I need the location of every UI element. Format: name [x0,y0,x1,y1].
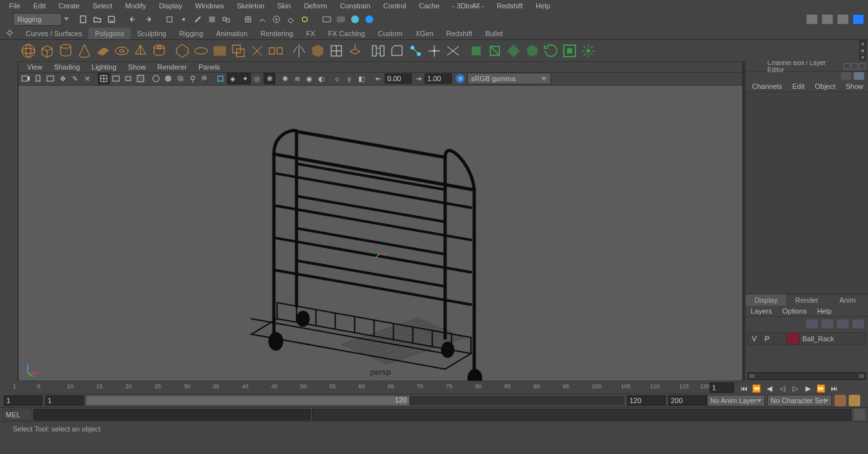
layer-menu-item[interactable]: Help [812,306,837,316]
snap-curve-icon[interactable] [256,14,268,25]
menu-item[interactable]: Display [153,0,189,12]
layer-menu-item[interactable]: Options [777,306,812,316]
panel-menu-item[interactable]: Lighting [86,62,122,72]
undo-icon[interactable] [128,14,139,25]
cb-menu-item[interactable]: Show [840,80,868,91]
menu-item[interactable]: Constrain [334,0,377,12]
go-start-icon[interactable]: ⏮ [738,383,749,394]
poly-bool-icon[interactable] [229,42,247,60]
panel-menu-item[interactable]: View [21,62,48,72]
go-end-icon[interactable]: ⏭ [828,383,840,394]
snap-point-icon[interactable] [271,14,282,25]
res-gate-icon[interactable] [122,73,134,84]
image-plane-icon[interactable] [44,73,56,84]
bookmark-icon[interactable] [32,73,44,84]
layer-color-swatch[interactable] [787,333,800,345]
menu-item[interactable]: Edit [27,0,52,12]
poly-plane-icon[interactable] [94,42,112,60]
shelf-tab[interactable]: FX Caching [322,28,371,39]
xform-icon[interactable] [561,42,579,60]
render-seq-icon[interactable] [349,14,361,25]
2d-pan-icon[interactable]: ✥ [57,73,68,84]
shelf-gear-icon[interactable] [5,28,14,37]
shaded-icon[interactable] [162,73,174,84]
layer-new-icon[interactable] [853,319,864,328]
poly-smooth-icon[interactable] [309,42,327,60]
ms-aa-icon[interactable]: ◉ [304,73,315,84]
hwfog-icon[interactable]: ❋ [264,73,275,84]
panel-menu-item[interactable]: Renderer [151,62,193,72]
cb-menu-item[interactable]: Edit [787,80,809,91]
layer-vis-toggle[interactable]: V [748,333,761,345]
step-fwd-icon[interactable]: ▶ [802,383,814,394]
command-input[interactable] [34,409,311,421]
workspace-selector[interactable]: Rigging [13,13,62,26]
exposure-icon[interactable]: ☼ [331,73,343,84]
xform-icon[interactable] [467,42,485,60]
film-gate-icon[interactable] [110,73,122,84]
motion-blur-icon[interactable]: ≋ [291,73,303,84]
shelf-scroll-down-icon[interactable]: ▼ [859,54,867,61]
character-set-selector[interactable]: No Character Set [767,395,832,406]
anim-layer-selector[interactable]: No Anim Layer [707,395,765,406]
sel-face-icon[interactable] [206,14,218,25]
xray-icon[interactable]: ◈ [227,73,238,84]
xray-comp-icon[interactable]: ◎ [251,73,263,84]
layer-tab[interactable]: Anim [827,294,868,306]
shelf-tab[interactable]: Custom [372,28,409,39]
poly-mirror-icon[interactable] [290,42,308,60]
cb-menu-item[interactable]: Channels [747,80,787,91]
poly-subd-icon[interactable] [327,42,345,60]
poly-cylinder-icon[interactable] [57,42,75,60]
toggle-attr-icon[interactable] [806,14,818,24]
save-scene-icon[interactable] [106,14,117,25]
poly-cone-icon[interactable] [75,42,93,60]
layer-blank-cell[interactable] [774,333,787,345]
lights-icon[interactable] [187,73,198,84]
snap-grid-icon[interactable] [242,14,254,25]
ipr-icon[interactable] [335,14,347,25]
menu-item[interactable]: Windows [189,0,231,12]
layer-tab[interactable]: Display [746,294,786,306]
panel-menu-item[interactable]: Show [122,62,152,72]
poly-torus-icon[interactable] [113,42,131,60]
menu-item[interactable]: Select [86,0,119,12]
shelf-tab[interactable]: Curves / Surfaces [19,28,88,39]
restore-icon[interactable] [851,63,858,70]
near-clip-field[interactable] [385,73,412,84]
cb-toggle-icon[interactable] [841,72,851,80]
step-fwd-key-icon[interactable]: ⏩ [815,383,827,394]
menu-item[interactable]: Redshift [490,0,529,12]
poly-combine-icon[interactable] [248,42,266,60]
poly-bridge-icon[interactable] [369,42,387,60]
range-end-outer-field[interactable] [668,395,707,406]
toggle-channel-icon[interactable] [837,14,849,24]
ao-icon[interactable]: ✺ [279,73,291,84]
layer-hscrollbar[interactable] [747,372,866,380]
poly-disc-icon[interactable] [192,42,210,60]
grid-icon[interactable] [98,73,110,84]
snap-live-icon[interactable] [299,14,311,25]
prefs-icon[interactable] [849,395,860,406]
snap-plane-icon[interactable] [285,14,296,25]
isolate-icon[interactable] [215,73,226,84]
shadows-icon[interactable] [199,73,211,84]
cb-toggle-icon[interactable] [854,72,864,80]
xform-icon[interactable] [523,42,541,60]
layer-new-icon[interactable] [837,319,849,328]
menu-item[interactable]: Deform [298,0,334,12]
xform-icon[interactable] [542,42,560,60]
grease-icon[interactable]: ✎ [69,73,81,84]
shelf-tab[interactable]: FX [300,28,322,39]
layer-tab[interactable]: Render [786,294,827,306]
step-back-key-icon[interactable]: ⏪ [751,383,762,394]
layer-new-icon[interactable] [806,319,818,328]
viewport[interactable]: persp [19,86,742,381]
range-slider[interactable]: 120 [86,396,624,405]
shelf-tab[interactable]: Rendering [254,28,300,39]
menu-item[interactable]: Skin [271,0,297,12]
xray-joints-icon[interactable]: ✦ [239,73,251,84]
shelf-tab[interactable]: Rigging [173,28,209,39]
vt-icon[interactable]: ◧ [356,73,367,84]
menu-item[interactable]: Skeleton [230,0,271,12]
